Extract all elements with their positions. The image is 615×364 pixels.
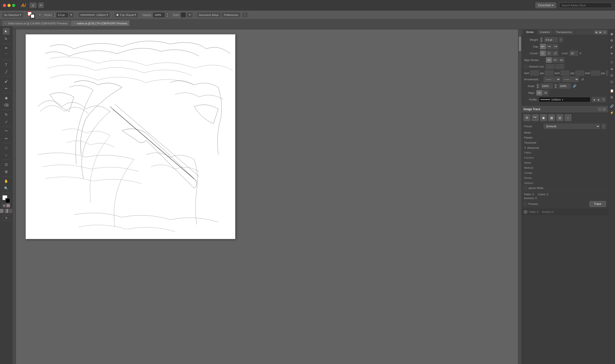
opacity-input[interactable]	[153, 12, 165, 18]
hand-tool[interactable]: ✋	[3, 178, 10, 184]
dash-input-1[interactable]	[530, 70, 539, 76]
toolbar-options-button[interactable]: ⋮	[242, 12, 248, 18]
align-left-btn[interactable]	[536, 90, 542, 95]
weight-input[interactable]	[544, 37, 558, 42]
gap-input-1[interactable]	[545, 70, 553, 76]
align-right-btn[interactable]	[543, 90, 548, 95]
profile-flip-btn[interactable]: ⇅	[602, 97, 606, 102]
weight-unit-toggle[interactable]: ▾	[559, 37, 563, 42]
zoom-tool[interactable]: 🔍	[3, 185, 10, 192]
none-mode-btn[interactable]: ╲	[9, 209, 13, 213]
color-mode-btn[interactable]	[0, 209, 4, 213]
tab-close-2[interactable]: ✕	[73, 22, 75, 25]
preset-bw-btn[interactable]: ◼	[540, 114, 547, 121]
weight-up[interactable]: ▲	[540, 37, 543, 40]
close-button[interactable]	[3, 4, 6, 7]
limit-close[interactable]: ✕	[579, 52, 581, 55]
search-input[interactable]: Search Adobe Stock	[559, 3, 612, 8]
warp-tool[interactable]: 〜	[3, 128, 10, 134]
brush-tool-btn[interactable]: ✏	[38, 3, 44, 8]
gradient-mode-btn[interactable]	[4, 209, 8, 213]
selection-tool[interactable]	[3, 28, 10, 35]
transform-icon[interactable]: ⊡	[609, 79, 615, 85]
dash-input-3[interactable]	[591, 70, 600, 76]
link-scale-btn[interactable]: 🔗	[572, 84, 577, 89]
weight-down[interactable]: ▼	[540, 40, 543, 42]
profile-prev-btn[interactable]: ◀	[592, 97, 596, 102]
layers-icon[interactable]: 📋	[609, 88, 615, 93]
width-tool[interactable]: ⇔	[3, 135, 10, 142]
preset-grayscale-btn[interactable]: ▩	[548, 114, 555, 121]
tab-solid-colours[interactable]: ✕ Solid colours.ai @ 114.86% (CMYK/GPU P…	[2, 20, 70, 26]
dash-pattern-2[interactable]: · - ·	[555, 64, 564, 69]
opacity-up[interactable]: ▲	[166, 12, 169, 15]
appearance-icon[interactable]: ◈	[609, 66, 615, 72]
it-collapse-btn[interactable]: −	[598, 107, 602, 111]
tab-close-1[interactable]: ✕	[5, 22, 7, 25]
pencil-tool[interactable]: ✏	[3, 85, 10, 92]
essentials-button[interactable]: Essentials ▾	[535, 2, 556, 8]
scale2-down[interactable]: ▼	[554, 86, 557, 89]
preview-checkbox[interactable]	[524, 203, 527, 205]
corner-round-btn[interactable]	[546, 51, 552, 56]
graphic-styles-icon[interactable]: ⬡	[609, 59, 615, 65]
style-swatch[interactable]	[181, 12, 186, 18]
panel-expand-btn[interactable]: ≡	[603, 30, 607, 34]
trace-button[interactable]: Trace	[589, 201, 606, 207]
preset-limited-btn[interactable]: ▤	[556, 114, 563, 121]
stroke-value-input[interactable]	[56, 12, 68, 18]
ellipse-tool[interactable]: ○	[3, 152, 10, 158]
artboard-view-btn[interactable]: ⊞	[2, 215, 10, 220]
artboards-icon[interactable]: ⊞	[609, 94, 615, 100]
stroke-dropdown[interactable]: ▾	[68, 12, 74, 18]
profile-next-btn[interactable]: ▶	[597, 97, 601, 102]
pen-tool[interactable]: ✒	[3, 45, 10, 51]
preset-auto-btn[interactable]: ⚙	[524, 114, 530, 121]
direct-selection-tool[interactable]	[3, 35, 10, 42]
document-setup-button[interactable]: Document Setup	[197, 12, 221, 18]
scale1-up[interactable]: ▲	[536, 84, 539, 86]
selection-dropdown[interactable]: No Selection ▾	[2, 12, 23, 18]
stroke-profile-select[interactable]: Uniform ▾	[78, 12, 110, 18]
stroke-color[interactable]	[30, 14, 35, 18]
opacity-down[interactable]: ▼	[166, 15, 169, 18]
workspace-button[interactable]: ⊞	[30, 3, 36, 8]
dash-pattern-1[interactable]: - - -	[546, 64, 554, 69]
artboard-tool[interactable]: ⊡	[3, 161, 10, 168]
canvas-area[interactable]	[16, 29, 521, 364]
rectangle-tool[interactable]: □	[3, 144, 10, 151]
arrowhead-swap-btn[interactable]: ⇄	[580, 77, 585, 82]
align-icon[interactable]: ⊟	[609, 72, 615, 78]
eraser-tool[interactable]: ⌫	[3, 102, 10, 108]
type-tool[interactable]: T	[3, 61, 10, 68]
slice-tool[interactable]: ⊞	[3, 168, 10, 175]
minimize-button[interactable]	[7, 4, 11, 7]
dash-input-2[interactable]	[561, 70, 569, 76]
panel-menu-btn[interactable]: ▶	[599, 30, 602, 34]
cap-butt-btn[interactable]	[540, 44, 546, 49]
weight-stepper[interactable]: ▲ ▼	[540, 37, 543, 42]
dashed-line-checkbox[interactable]	[524, 65, 527, 68]
line-tool[interactable]: ╱	[3, 68, 10, 75]
rotate-tool[interactable]: ↻	[3, 111, 10, 118]
links-icon[interactable]: 🔗	[609, 103, 615, 109]
scale1-down[interactable]: ▼	[536, 86, 539, 89]
stroke-well[interactable]	[5, 198, 10, 203]
scale-input-1[interactable]	[541, 83, 553, 89]
corner-miter-btn[interactable]	[540, 51, 546, 56]
cap-projecting-btn[interactable]	[552, 44, 558, 49]
scale-tool[interactable]: ⤢	[3, 118, 10, 125]
brushes-icon[interactable]: 🖌	[609, 44, 615, 50]
paintbrush-tool[interactable]: 🖌	[3, 78, 10, 85]
stroke-color-indicator[interactable]: ▾	[38, 13, 42, 17]
preset-photo-btn[interactable]: 📷	[532, 114, 538, 121]
ignore-white-checkbox[interactable]	[524, 187, 527, 189]
gradient-tab[interactable]: Gradient	[537, 29, 553, 35]
arrowhead-end-select[interactable]: ——	[562, 77, 579, 82]
preferences-button[interactable]: Preferences	[222, 12, 240, 18]
symbols-icon[interactable]: ★	[609, 50, 615, 56]
align-outside-btn[interactable]	[559, 57, 564, 63]
maximize-button[interactable]	[12, 4, 15, 7]
panel-collapse-btn[interactable]: ◀	[594, 30, 598, 34]
scrollbar-vertical[interactable]	[518, 29, 521, 364]
